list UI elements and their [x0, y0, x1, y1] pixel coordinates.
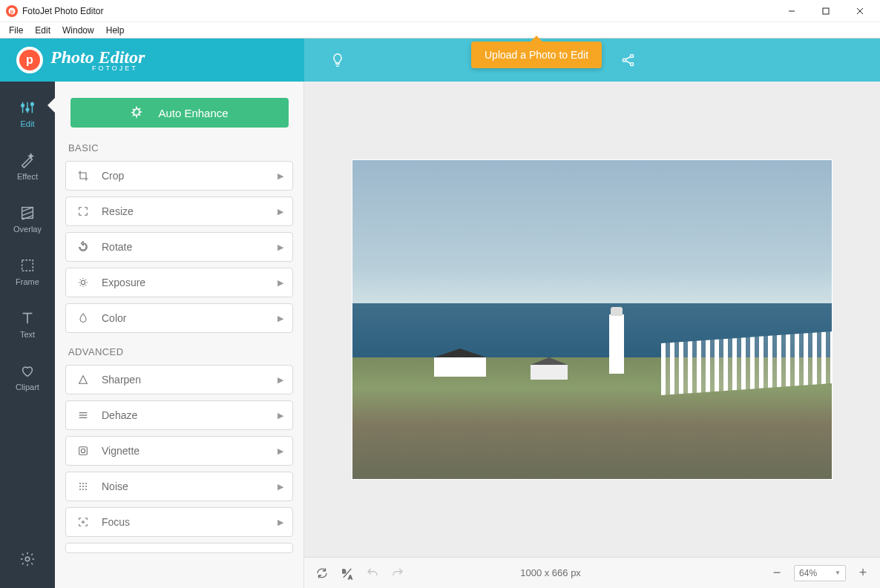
- zoom-value: 64%: [799, 568, 817, 578]
- redo-button[interactable]: [390, 566, 405, 581]
- svg-point-39: [85, 486, 87, 487]
- zoom-select[interactable]: 64% ▼: [794, 565, 846, 581]
- svg-point-40: [79, 489, 81, 490]
- option-focus[interactable]: Focus ▶: [65, 507, 293, 537]
- zoom-in-button[interactable]: +: [856, 565, 870, 581]
- svg-rect-24: [22, 260, 33, 271]
- rail-item-settings[interactable]: [0, 548, 55, 570]
- rail-label: Edit: [21, 119, 35, 128]
- image-dimensions: 1000 x 666 px: [520, 567, 655, 578]
- auto-enhance-label: Auto Enhance: [158, 107, 228, 119]
- vignette-icon: [75, 445, 91, 457]
- option-label: Sharpen: [102, 374, 278, 386]
- brand-badge-icon: p: [16, 47, 43, 73]
- svg-point-38: [82, 486, 84, 487]
- menu-file[interactable]: File: [3, 24, 29, 37]
- svg-point-19: [31, 103, 34, 106]
- refresh-button[interactable]: [315, 566, 329, 581]
- lines-icon: [75, 409, 91, 421]
- chevron-right-icon: ▶: [278, 207, 283, 217]
- dots-icon: [75, 480, 91, 492]
- svg-point-34: [79, 483, 81, 484]
- undo-button[interactable]: [365, 566, 380, 581]
- rail-item-edit[interactable]: Edit: [0, 96, 55, 131]
- svg-point-36: [85, 483, 87, 484]
- section-header-advanced: ADVANCED: [68, 346, 290, 357]
- option-label: Color: [102, 312, 278, 324]
- option-vignette[interactable]: Vignette ▶: [65, 436, 293, 466]
- compare-button[interactable]: BA: [340, 566, 355, 581]
- caret-down-icon: ▼: [835, 569, 841, 576]
- menu-edit[interactable]: Edit: [29, 24, 56, 37]
- option-exposure[interactable]: Exposure ▶: [65, 268, 293, 297]
- svg-text:A: A: [349, 573, 352, 580]
- photo-preview[interactable]: [352, 160, 832, 479]
- option-sharpen[interactable]: Sharpen ▶: [65, 365, 293, 394]
- option-dehaze[interactable]: Dehaze ▶: [65, 400, 293, 430]
- zoom-out-button[interactable]: −: [770, 565, 784, 581]
- chevron-right-icon: ▶: [278, 242, 283, 252]
- exposure-icon: [75, 277, 91, 288]
- option-label: Exposure: [102, 277, 278, 288]
- rail-item-effect[interactable]: Effect: [0, 149, 55, 184]
- chevron-right-icon: ▶: [278, 482, 283, 492]
- focus-icon: [75, 516, 91, 528]
- svg-point-28: [81, 280, 85, 284]
- menu-window[interactable]: Window: [56, 24, 100, 37]
- svg-point-41: [82, 489, 84, 490]
- svg-point-9: [623, 59, 626, 62]
- svg-point-27: [25, 557, 30, 561]
- option-label: Focus: [102, 516, 278, 528]
- rail-item-text[interactable]: Text: [0, 307, 55, 342]
- option-crop[interactable]: Crop ▶: [65, 161, 293, 191]
- option-label: Noise: [102, 480, 278, 492]
- svg-line-13: [626, 61, 631, 64]
- rotate-icon: [75, 241, 91, 253]
- rail-label: Overlay: [13, 225, 42, 234]
- minimize-button[interactable]: [775, 0, 809, 22]
- svg-text:p: p: [10, 8, 13, 14]
- maximize-button[interactable]: [809, 0, 843, 22]
- section-header-basic: BASIC: [68, 142, 290, 153]
- svg-text:B: B: [342, 568, 346, 575]
- option-resize[interactable]: Resize ▶: [65, 196, 293, 226]
- svg-point-35: [82, 483, 84, 484]
- svg-line-21: [22, 208, 33, 212]
- share-button[interactable]: [620, 52, 637, 68]
- edit-panel: Auto Enhance BASIC Crop ▶ Resize ▶ Rotat…: [55, 82, 304, 588]
- option-more-peek[interactable]: [65, 543, 293, 553]
- option-noise[interactable]: Noise ▶: [65, 472, 293, 501]
- svg-rect-32: [79, 447, 88, 455]
- rail-item-clipart[interactable]: Clipart: [0, 360, 55, 394]
- svg-line-22: [22, 211, 33, 216]
- chevron-right-icon: ▶: [278, 278, 283, 288]
- left-rail: Edit Effect Overlay Frame Text Clipart: [0, 82, 55, 588]
- rail-label: Text: [20, 330, 35, 339]
- svg-point-10: [631, 54, 634, 57]
- top-toolbar: p Photo Editor FOTOJET Open ▼: [0, 39, 880, 82]
- app-logo-icon: p: [6, 5, 18, 17]
- menu-help[interactable]: Help: [100, 24, 131, 37]
- status-bar: BA 1000 x 666 px − 64% ▼ +: [304, 557, 880, 588]
- window-title: FotoJet Photo Editor: [22, 6, 103, 16]
- chevron-right-icon: ▶: [278, 411, 283, 420]
- svg-rect-3: [823, 8, 829, 14]
- auto-enhance-button[interactable]: Auto Enhance: [70, 98, 289, 128]
- window-titlebar: p FotoJet Photo Editor: [0, 0, 880, 22]
- rail-label: Effect: [17, 172, 38, 181]
- svg-point-33: [81, 449, 85, 452]
- close-button[interactable]: [843, 0, 877, 22]
- option-rotate[interactable]: Rotate ▶: [65, 232, 293, 262]
- svg-point-43: [82, 521, 85, 523]
- option-label: Rotate: [102, 241, 278, 253]
- svg-point-17: [22, 104, 24, 107]
- hint-button[interactable]: [329, 52, 346, 68]
- svg-point-18: [26, 108, 29, 111]
- drop-icon: [75, 312, 91, 324]
- brand-title: Photo Editor: [50, 48, 145, 66]
- option-label: Vignette: [102, 445, 278, 457]
- menubar: File Edit Window Help: [0, 22, 880, 39]
- rail-item-frame[interactable]: Frame: [0, 254, 55, 289]
- rail-item-overlay[interactable]: Overlay: [0, 202, 55, 237]
- option-color[interactable]: Color ▶: [65, 303, 293, 333]
